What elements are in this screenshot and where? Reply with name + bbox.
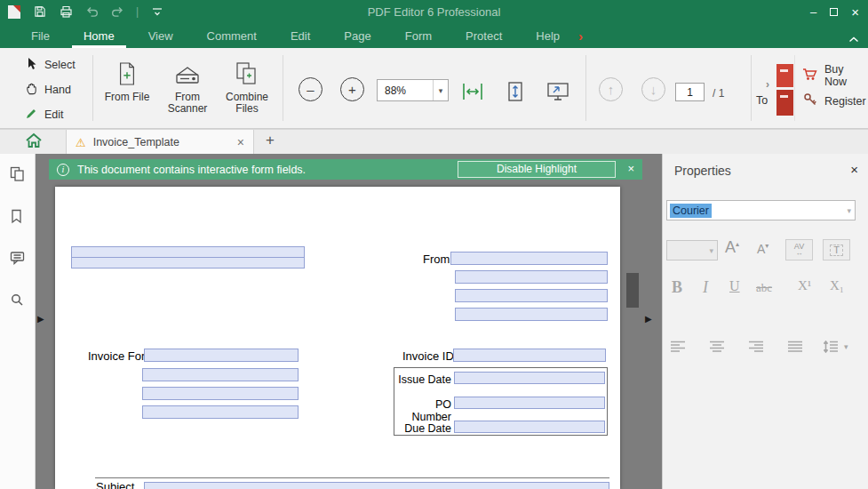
- menu-home[interactable]: Home: [67, 23, 131, 48]
- minimize-icon[interactable]: –: [810, 6, 816, 18]
- menu-comment[interactable]: Comment: [190, 23, 274, 48]
- text-border-style-button[interactable]: T: [823, 239, 850, 261]
- form-field[interactable]: [455, 270, 608, 284]
- new-tab-button[interactable]: +: [261, 132, 279, 149]
- undo-icon[interactable]: [84, 4, 99, 19]
- form-field[interactable]: [453, 349, 606, 362]
- character-spacing-button[interactable]: AV ↔: [785, 239, 813, 261]
- customize-toolbar-icon[interactable]: [150, 4, 164, 19]
- combine-documents-icon: [219, 55, 275, 87]
- align-left-button[interactable]: [670, 341, 686, 356]
- form-field[interactable]: [450, 252, 608, 265]
- fit-width-button[interactable]: [459, 78, 486, 105]
- font-family-select[interactable]: Courier ▾: [666, 200, 856, 220]
- properties-close-icon[interactable]: ×: [850, 162, 858, 177]
- menu-protect[interactable]: Protect: [449, 23, 519, 48]
- form-field[interactable]: [142, 405, 299, 419]
- form-field[interactable]: [144, 482, 609, 489]
- combine-files-button[interactable]: Combine Files: [219, 55, 275, 115]
- align-center-button[interactable]: [709, 341, 725, 356]
- hand-tool-button[interactable]: Hand: [25, 80, 71, 100]
- print-icon[interactable]: [59, 4, 73, 19]
- redo-icon[interactable]: [110, 4, 124, 19]
- form-field[interactable]: [454, 372, 605, 384]
- form-field[interactable]: [455, 308, 608, 321]
- menu-view[interactable]: View: [131, 23, 190, 48]
- from-scanner-button[interactable]: From Scanner: [160, 55, 215, 115]
- form-field[interactable]: [142, 368, 299, 381]
- buy-now-button[interactable]: Buy Now: [802, 63, 868, 88]
- previous-page-button[interactable]: ↑: [599, 77, 623, 101]
- navigation-sidebar: [0, 154, 36, 489]
- zoom-level-select[interactable]: 88% ▾: [377, 79, 449, 101]
- form-field[interactable]: [455, 289, 608, 302]
- bookmarks-icon[interactable]: [10, 209, 26, 225]
- from-file-button[interactable]: From File: [100, 55, 155, 103]
- convert-word-icon[interactable]: [776, 64, 793, 87]
- tab-close-icon[interactable]: ×: [237, 135, 244, 149]
- fit-page-button[interactable]: [502, 78, 529, 105]
- document-tab[interactable]: ⚠ Invoice_Template ×: [66, 130, 254, 155]
- collapse-ribbon-icon[interactable]: [848, 30, 859, 46]
- menu-form[interactable]: Form: [388, 23, 449, 48]
- form-field[interactable]: [454, 421, 605, 433]
- menu-file[interactable]: File: [14, 23, 67, 48]
- convert-other-icon[interactable]: [776, 90, 793, 116]
- line-spacing-button[interactable]: [823, 341, 839, 356]
- from-label: From: [423, 253, 450, 266]
- vertical-scrollbar-thumb[interactable]: [626, 273, 639, 308]
- issue-date-label: Issue Date: [394, 373, 451, 386]
- zoom-in-button[interactable]: +: [340, 77, 364, 101]
- italic-button[interactable]: I: [703, 278, 708, 297]
- properties-title: Properties: [674, 164, 731, 178]
- form-field[interactable]: [142, 387, 299, 400]
- convert-to-label[interactable]: To: [756, 94, 768, 107]
- bold-button[interactable]: B: [672, 278, 682, 297]
- superscript-button[interactable]: X¹: [798, 278, 811, 293]
- menu-overflow-arrow-icon[interactable]: ›: [578, 23, 583, 48]
- comments-icon[interactable]: [10, 251, 26, 267]
- menu-help[interactable]: Help: [519, 23, 577, 48]
- section-divider: [95, 477, 609, 478]
- subscript-button[interactable]: X₁: [830, 278, 844, 293]
- notification-close-icon[interactable]: ×: [627, 162, 634, 175]
- underline-button[interactable]: U: [729, 278, 740, 294]
- page-number-input[interactable]: [675, 83, 705, 101]
- subject-label: Subject: [96, 480, 134, 489]
- font-size-select[interactable]: ▾: [666, 240, 718, 261]
- maximize-icon[interactable]: [830, 6, 838, 18]
- align-right-button[interactable]: [748, 341, 764, 356]
- page-thumbnails-icon[interactable]: [10, 166, 26, 182]
- form-field[interactable]: [144, 349, 299, 362]
- close-icon[interactable]: ×: [851, 5, 859, 19]
- chevron-down-icon: ▾: [709, 246, 713, 255]
- home-icon: [25, 132, 43, 152]
- edit-tool-button[interactable]: Edit: [25, 105, 64, 124]
- disable-highlight-button[interactable]: Disable Highlight: [458, 161, 616, 178]
- fit-visible-button[interactable]: [545, 78, 571, 105]
- menu-edit[interactable]: Edit: [274, 23, 327, 48]
- zoom-level-value: 88%: [378, 84, 433, 97]
- register-button[interactable]: Register: [803, 92, 866, 109]
- start-page-tab[interactable]: [23, 133, 44, 151]
- strikethrough-button[interactable]: abc: [756, 281, 772, 295]
- save-icon[interactable]: [33, 4, 47, 19]
- select-cursor-icon: [25, 57, 38, 74]
- left-panel-expand-handle[interactable]: ▶: [37, 314, 44, 324]
- zoom-out-button[interactable]: –: [299, 77, 323, 101]
- decrease-font-size-button[interactable]: A▾: [757, 242, 768, 256]
- right-panel-expand-handle[interactable]: ▶: [645, 314, 652, 324]
- form-field[interactable]: [454, 397, 605, 409]
- form-field[interactable]: [71, 257, 305, 269]
- convert-expand-arrow-icon[interactable]: ›: [766, 78, 769, 91]
- align-justify-button[interactable]: [787, 341, 803, 356]
- tabbar: ⚠ Invoice_Template × +: [0, 129, 868, 154]
- chevron-down-icon[interactable]: ▾: [844, 342, 848, 351]
- next-page-button[interactable]: ↓: [641, 77, 665, 101]
- search-icon[interactable]: [10, 293, 26, 309]
- app-logo-icon: [7, 4, 21, 19]
- select-tool-button[interactable]: Select: [25, 55, 76, 75]
- content-area: ▶ ▶ i This document contains interactive…: [0, 154, 868, 489]
- menu-page[interactable]: Page: [327, 23, 387, 48]
- increase-font-size-button[interactable]: A▴: [725, 238, 739, 257]
